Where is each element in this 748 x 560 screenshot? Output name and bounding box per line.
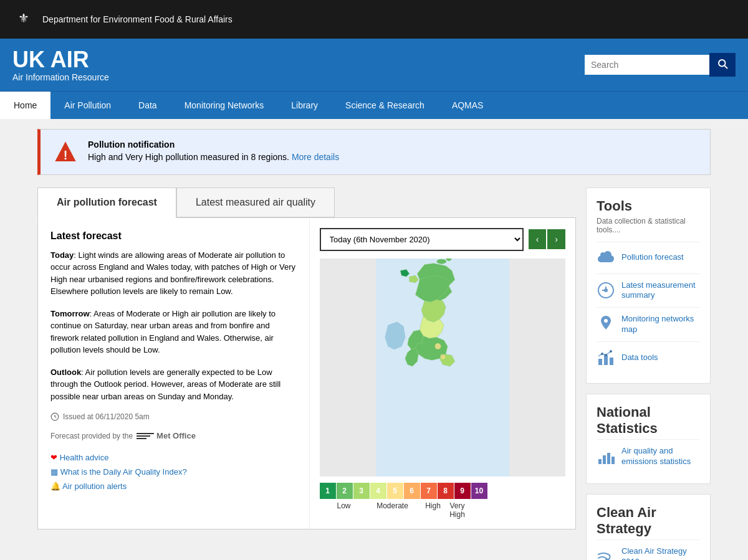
search-box xyxy=(585,53,736,77)
scale-item-9: 9 xyxy=(454,483,471,499)
sidebar: Tools Data collection & statistical tool… xyxy=(586,187,711,560)
nav-science-research[interactable]: Science & Research xyxy=(332,92,438,119)
uk-map xyxy=(320,259,566,477)
data-chart-icon xyxy=(597,348,615,367)
sidebar-monitoring-map[interactable]: Monitoring networks map xyxy=(597,307,700,341)
notification-title: Pollution notification xyxy=(88,140,339,149)
links-section: ❤ Health advice ▦ What is the Daily Air … xyxy=(50,453,297,491)
bell-icon: 🔔 xyxy=(50,482,60,491)
scale-item-4: 4 xyxy=(370,483,386,499)
main-nav: Home Air Pollution Data Monitoring Netwo… xyxy=(0,91,748,119)
issued-time: Issued at 06/11/2020 5am xyxy=(50,412,297,421)
nav-library[interactable]: Library xyxy=(277,92,332,119)
svg-rect-28 xyxy=(611,457,615,464)
search-button[interactable] xyxy=(709,53,736,77)
svg-point-13 xyxy=(440,354,445,359)
notification-link[interactable]: More details xyxy=(292,152,339,162)
svg-point-15 xyxy=(604,288,608,292)
map-pin-icon xyxy=(597,315,615,334)
prev-date-button[interactable]: ‹ xyxy=(529,229,547,249)
scale-item-2: 2 xyxy=(337,483,353,499)
forecast-left: Latest forecast Today: Light winds are a… xyxy=(38,218,310,529)
date-select-wrapper: Today (6th November 2020) ‹ › xyxy=(320,228,566,251)
aq-right: Today (6th November 2020) ‹ › xyxy=(310,218,576,529)
today-text: : Light winds are allowing areas of Mode… xyxy=(50,250,295,297)
clock-icon xyxy=(50,412,59,421)
gov-bar: ⚜ Department for Environment Food & Rura… xyxy=(0,0,748,39)
sidebar-air-quality-stats[interactable]: Air quality and emissions statistics xyxy=(597,439,700,473)
svg-rect-27 xyxy=(607,453,610,464)
dept-name: Department for Environment Food & Rural … xyxy=(42,14,233,24)
heart-icon: ❤ xyxy=(50,453,57,462)
tab-forecast[interactable]: Air pollution forecast xyxy=(37,187,176,218)
data-tools-label: Data tools xyxy=(621,353,658,363)
forecast-outlook: Outlook: Air pollution levels are genera… xyxy=(50,366,297,403)
clean-air-strategy-label: Clean Air Strategy 2019 xyxy=(621,546,700,560)
pollution-forecast-label: Pollution forecast xyxy=(621,252,684,263)
met-office-logo: Met Office xyxy=(137,431,196,440)
notification-body: High and Very High pollution measured in… xyxy=(88,152,339,162)
scale-item-7: 7 xyxy=(421,483,437,499)
table-icon: ▦ xyxy=(50,467,58,477)
next-date-button[interactable]: › xyxy=(547,229,565,249)
svg-point-10 xyxy=(436,259,446,264)
svg-rect-20 xyxy=(604,355,608,365)
scale-item-8: 8 xyxy=(438,483,454,499)
bar-chart-icon xyxy=(597,447,615,466)
air-quality-stats-label: Air quality and emissions statistics xyxy=(621,446,700,467)
sidebar-data-tools[interactable]: Data tools xyxy=(597,341,700,373)
sidebar-national-stats: National Statistics Air quality and emis… xyxy=(586,394,711,484)
tab-air-quality[interactable]: Latest measured air quality xyxy=(176,187,335,217)
sidebar-clean-air: Clean Air Strategy Clean Air Strategy 20… xyxy=(586,494,711,560)
notification-content: Pollution notification High and Very Hig… xyxy=(88,140,339,162)
site-name: UK AIR xyxy=(12,47,109,72)
clean-air-title: Clean Air Strategy xyxy=(597,505,700,537)
nav-air-pollution[interactable]: Air Pollution xyxy=(50,92,125,119)
site-header: UK AIR Air Information Resource xyxy=(0,39,748,91)
warning-icon: ! xyxy=(53,140,78,164)
scale-labels: Low Moderate High Very High xyxy=(320,501,566,519)
color-scale: 12345678910 xyxy=(320,483,566,499)
search-input[interactable] xyxy=(585,55,709,75)
content-grid: Air pollution forecast Latest measured a… xyxy=(37,187,711,560)
scale-item-6: 6 xyxy=(404,483,420,499)
svg-point-18 xyxy=(604,319,608,323)
alerts-link[interactable]: 🔔 Air pollution alerts xyxy=(50,482,297,491)
forecast-tomorrow: Tomorrow: Areas of Moderate or High air … xyxy=(50,308,297,356)
tools-title: Tools xyxy=(597,198,700,214)
sidebar-pollution-forecast[interactable]: Pollution forecast xyxy=(597,242,700,273)
tools-desc: Data collection & statistical tools.... xyxy=(597,217,700,234)
today-label: Today xyxy=(50,250,74,260)
svg-rect-21 xyxy=(610,358,613,365)
nav-aqmas[interactable]: AQMAS xyxy=(438,92,497,119)
scale-item-3: 3 xyxy=(353,483,370,499)
daily-index-link[interactable]: ▦ What is the Daily Air Quality Index? xyxy=(50,467,297,477)
svg-rect-26 xyxy=(603,455,606,464)
outlook-label: Outlook xyxy=(50,368,81,377)
notification-banner: ! Pollution notification High and Very H… xyxy=(37,129,711,175)
health-advice-link[interactable]: ❤ Health advice xyxy=(50,453,297,462)
svg-line-8 xyxy=(55,417,56,417)
svg-rect-25 xyxy=(598,459,602,464)
uk-map-container xyxy=(320,259,566,477)
scale-item-5: 5 xyxy=(387,483,403,499)
scale-item-10: 10 xyxy=(471,483,487,499)
left-panel: Air pollution forecast Latest measured a… xyxy=(37,187,576,529)
nav-home[interactable]: Home xyxy=(0,92,50,119)
sidebar-measurement-summary[interactable]: Latest measurement summary xyxy=(597,273,700,308)
sidebar-clean-air-strategy[interactable]: Clean Air Strategy 2019 xyxy=(597,539,700,560)
date-select[interactable]: Today (6th November 2020) xyxy=(320,228,524,251)
svg-point-22 xyxy=(601,353,603,355)
forecast-today: Today: Light winds are allowing areas of… xyxy=(50,249,297,298)
svg-point-12 xyxy=(434,343,441,349)
measurement-summary-label: Latest measurement summary xyxy=(621,280,700,301)
national-stats-title: National Statistics xyxy=(597,404,700,437)
forecast-section-title: Latest forecast xyxy=(50,230,297,242)
nav-monitoring-networks[interactable]: Monitoring Networks xyxy=(171,92,278,119)
svg-line-3 xyxy=(724,65,727,68)
tabs-container: Air pollution forecast Latest measured a… xyxy=(37,187,576,217)
nav-data[interactable]: Data xyxy=(125,92,171,119)
site-tagline: Air Information Resource xyxy=(12,72,109,82)
forecast-provider: Forecast provided by the Met Office xyxy=(50,431,297,440)
nav-buttons: ‹ › xyxy=(529,229,565,249)
